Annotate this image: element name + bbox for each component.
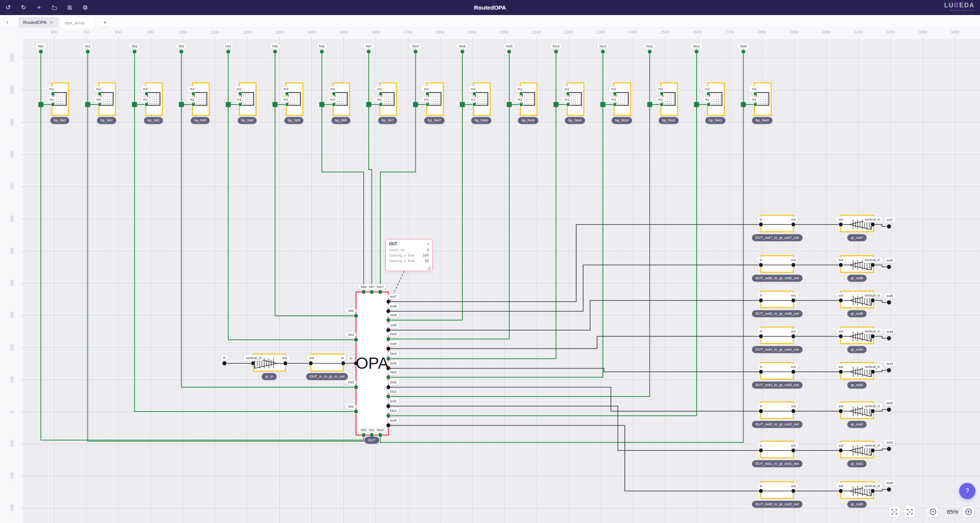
- zoom-to-fit-button[interactable]: 0: [888, 506, 900, 518]
- pad-port-m2[interactable]: [426, 92, 429, 96]
- undo-button[interactable]: ↺: [3, 3, 13, 13]
- fiber-port[interactable]: [179, 50, 184, 54]
- redo-button[interactable]: ↻: [19, 3, 29, 13]
- fiber-port[interactable]: [86, 50, 90, 54]
- pad-port-m2[interactable]: [566, 92, 570, 96]
- wire-junction-square[interactable]: [226, 102, 231, 107]
- fiber-port[interactable]: [39, 50, 43, 54]
- terminal-in[interactable]: [222, 361, 227, 366]
- opa-port-hto0[interactable]: [378, 433, 383, 437]
- port-out[interactable]: [839, 449, 843, 453]
- fullscreen-button[interactable]: [904, 506, 916, 518]
- wire-junction-square[interactable]: [39, 102, 44, 107]
- fiber-port[interactable]: [320, 50, 324, 54]
- wire-junction-square[interactable]: [85, 102, 90, 107]
- pad-port-m2[interactable]: [520, 92, 523, 96]
- fiber-port[interactable]: [226, 50, 230, 54]
- fiber-port[interactable]: [413, 50, 418, 54]
- pad-port-m2[interactable]: [51, 92, 55, 96]
- port-out[interactable]: [791, 299, 796, 303]
- opa-port-hti0[interactable]: [362, 433, 366, 437]
- opa-port-hto7[interactable]: [378, 290, 383, 294]
- pad-port-m1[interactable]: [472, 103, 476, 106]
- opa-port-hti2[interactable]: [354, 410, 358, 414]
- fiber-port[interactable]: [132, 50, 137, 54]
- port-out[interactable]: [791, 370, 796, 374]
- add-button[interactable]: ＋: [34, 3, 44, 13]
- terminal-out6[interactable]: [887, 265, 891, 269]
- zoom-out-button[interactable]: [927, 506, 939, 518]
- port-in[interactable]: [759, 223, 763, 227]
- close-icon[interactable]: ×: [427, 242, 429, 246]
- fiber-port[interactable]: [273, 50, 277, 54]
- port-in[interactable]: [759, 299, 763, 303]
- new-tab-button[interactable]: +: [100, 18, 110, 27]
- resize-handle[interactable]: [427, 266, 431, 270]
- wire-junction-square[interactable]: [507, 102, 512, 107]
- port-vertical-in[interactable]: [871, 449, 875, 453]
- parameter-value[interactable]: 100: [423, 253, 429, 257]
- pad-port-m2[interactable]: [192, 92, 195, 96]
- wire-junction-square[interactable]: [179, 102, 184, 107]
- wire-junction-square[interactable]: [694, 102, 699, 107]
- terminal-out3[interactable]: [887, 368, 891, 373]
- opa-port-hto3[interactable]: [386, 375, 391, 380]
- wire-junction-square[interactable]: [647, 102, 652, 107]
- pad-port-m2[interactable]: [472, 92, 476, 96]
- pad-port-m1[interactable]: [520, 103, 523, 106]
- opa-port-hti5[interactable]: [354, 314, 358, 318]
- port-out[interactable]: [791, 489, 796, 493]
- dut-out-wg-box[interactable]: [761, 215, 793, 232]
- settings-button[interactable]: ⚙: [80, 3, 90, 13]
- terminal-out0[interactable]: [887, 487, 891, 492]
- pad-port-m2[interactable]: [98, 92, 101, 96]
- port-out[interactable]: [839, 489, 843, 493]
- open-file-button[interactable]: [49, 3, 59, 13]
- port-vertical-in[interactable]: [871, 223, 875, 227]
- port-vertical-in[interactable]: [871, 334, 875, 339]
- pad-port-m2[interactable]: [285, 92, 289, 96]
- dut-out-wg-box[interactable]: [761, 441, 793, 458]
- wire-junction-square[interactable]: [273, 102, 278, 107]
- port-out[interactable]: [839, 223, 843, 227]
- pad-port-m2[interactable]: [613, 92, 617, 96]
- pad-port-m1[interactable]: [426, 103, 429, 106]
- wire-junction-square[interactable]: [600, 102, 606, 107]
- port-out[interactable]: [839, 409, 843, 413]
- port-in[interactable]: [759, 334, 763, 339]
- save-button[interactable]: [65, 3, 75, 13]
- zoom-in-button[interactable]: [962, 506, 974, 518]
- dut-out-wg-box[interactable]: [761, 327, 793, 344]
- help-button[interactable]: ?: [959, 483, 975, 499]
- wire-junction-square[interactable]: [460, 102, 465, 107]
- terminal-out4[interactable]: [887, 336, 891, 341]
- port-out[interactable]: [839, 263, 843, 267]
- pad-port-m1[interactable]: [332, 103, 336, 106]
- port-out[interactable]: [309, 361, 313, 366]
- port-vertical-in[interactable]: [871, 370, 875, 374]
- port-vertical-in[interactable]: [871, 263, 875, 267]
- pad-port-m1[interactable]: [145, 103, 148, 106]
- pad-port-m2[interactable]: [238, 92, 242, 96]
- pad-port-m2[interactable]: [145, 92, 148, 96]
- port-in[interactable]: [759, 263, 763, 267]
- port-in[interactable]: [759, 370, 763, 374]
- terminal-out2[interactable]: [887, 407, 891, 412]
- port-out[interactable]: [791, 223, 796, 227]
- port-out[interactable]: [839, 299, 843, 303]
- tab-routedopa[interactable]: RoutedOPA ×: [19, 17, 59, 28]
- dut-out-wg-box[interactable]: [761, 482, 793, 498]
- fiber-port[interactable]: [648, 50, 652, 54]
- fiber-port[interactable]: [367, 50, 371, 54]
- dut-out-wg-box[interactable]: [761, 402, 793, 418]
- port-vertical-in[interactable]: [871, 299, 875, 303]
- dut-out-wg-box[interactable]: [761, 363, 793, 379]
- port-out[interactable]: [791, 263, 796, 267]
- dut-out-wg-box[interactable]: [761, 256, 793, 272]
- tab-close-icon[interactable]: ×: [50, 20, 52, 25]
- opa-port-hti3[interactable]: [354, 385, 358, 390]
- pad-port-m1[interactable]: [285, 103, 289, 106]
- wire-junction-square[interactable]: [553, 102, 558, 107]
- fiber-port[interactable]: [695, 50, 699, 54]
- fiber-port[interactable]: [507, 50, 511, 54]
